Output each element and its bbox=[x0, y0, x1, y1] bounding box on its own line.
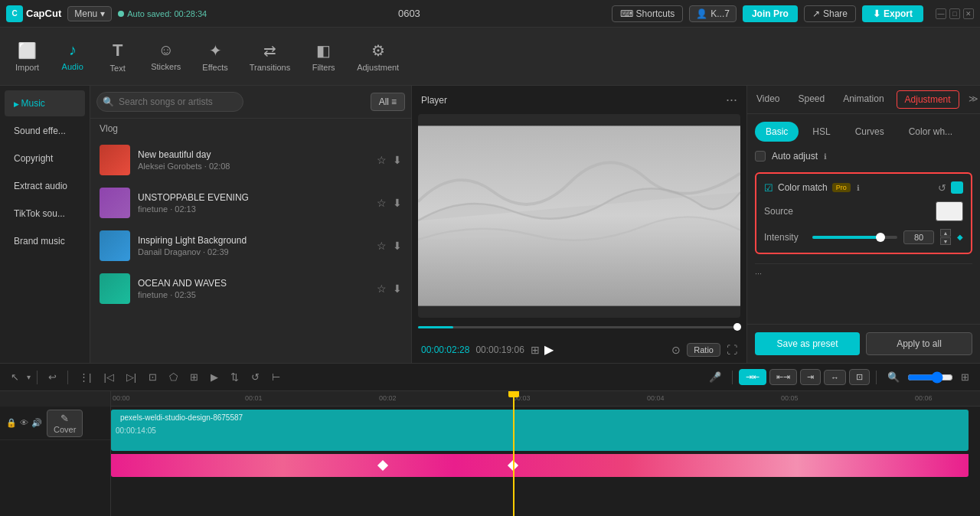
auto-adjust-checkbox[interactable] bbox=[755, 151, 766, 162]
cover-button[interactable]: ✎ Cover bbox=[47, 410, 83, 437]
track-mode-c-button[interactable]: ⇥ bbox=[800, 369, 821, 385]
sidebar-item-sound-effects[interactable]: Sound effe... bbox=[5, 118, 85, 144]
ratio-button[interactable]: Ratio bbox=[687, 343, 720, 357]
video-track[interactable]: pexels-weldi-studio-design-8675587 00:00… bbox=[111, 410, 969, 451]
user-button[interactable]: 👤 K...7 bbox=[689, 5, 737, 22]
download-button[interactable]: ⬇ bbox=[393, 197, 402, 209]
player-more-button[interactable]: ··· bbox=[726, 92, 737, 108]
cursor-tool-button[interactable]: ↖ bbox=[6, 368, 24, 386]
play-button[interactable]: ▶ bbox=[544, 342, 554, 357]
step-down-button[interactable]: ▼ bbox=[940, 237, 951, 245]
download-button[interactable]: ⬇ bbox=[393, 154, 402, 166]
fit-button[interactable]: ⊢ bbox=[267, 368, 285, 386]
sub-tab-curves[interactable]: Curves bbox=[844, 122, 895, 142]
search-input[interactable] bbox=[96, 92, 243, 112]
trim-right-button[interactable]: ▷| bbox=[122, 368, 141, 386]
favorite-button[interactable]: ☆ bbox=[377, 197, 387, 209]
split-button[interactable]: ⋮| bbox=[74, 368, 96, 386]
save-preset-button[interactable]: Save as preset bbox=[755, 332, 860, 355]
tool-adjustment[interactable]: ⚙ Adjustment bbox=[348, 35, 408, 78]
expand-panel-icon[interactable]: ≫ bbox=[962, 86, 980, 113]
maximize-button[interactable]: □ bbox=[949, 8, 960, 19]
list-item[interactable]: OCEAN AND WAVES finetune · 02:35 ☆ ⬇ bbox=[90, 267, 411, 310]
intensity-slider[interactable] bbox=[812, 236, 897, 239]
rotate-button[interactable]: ↺ bbox=[247, 368, 264, 386]
info-small-icon[interactable]: ℹ bbox=[857, 184, 860, 192]
tool-audio[interactable]: ♪ Audio bbox=[51, 35, 93, 77]
volume-icon[interactable]: 🔊 bbox=[31, 418, 42, 428]
tool-text[interactable]: T Text bbox=[96, 34, 139, 79]
cursor-dropdown[interactable]: ▾ bbox=[27, 373, 31, 381]
favorite-button[interactable]: ☆ bbox=[377, 240, 387, 252]
list-item[interactable]: Inspiring Light Background Danail Dragan… bbox=[90, 224, 411, 267]
minimize-button[interactable]: — bbox=[936, 8, 946, 19]
all-filter-button[interactable]: All ≡ bbox=[371, 93, 405, 111]
scrub-thumb[interactable] bbox=[733, 323, 741, 331]
track-mode-e-button[interactable]: ⊡ bbox=[849, 369, 870, 385]
trim-left-button[interactable]: |◁ bbox=[99, 368, 118, 386]
menu-button[interactable]: Menu ▾ bbox=[67, 6, 112, 21]
pan-button[interactable]: ⊞ bbox=[185, 368, 203, 386]
sub-tab-basic[interactable]: Basic bbox=[755, 122, 799, 142]
tab-animation[interactable]: Animation bbox=[834, 86, 893, 113]
apply-color-match-button[interactable] bbox=[951, 181, 963, 194]
crop-button[interactable]: ⊡ bbox=[144, 368, 162, 386]
favorite-button[interactable]: ☆ bbox=[377, 154, 387, 166]
tab-speed[interactable]: Speed bbox=[789, 86, 834, 113]
fullscreen-button[interactable]: ⛶ bbox=[727, 344, 737, 356]
track-mode-d-button[interactable]: ↔ bbox=[824, 370, 846, 385]
sidebar-item-tiktok[interactable]: TikTok sou... bbox=[5, 201, 85, 227]
zoom-out-button[interactable]: 🔍 bbox=[883, 368, 904, 386]
list-item[interactable]: UNSTOPPABLE EVENING finetune · 02:13 ☆ ⬇ bbox=[90, 181, 411, 224]
list-item[interactable]: New beautiful day Aleksei Gorobets · 02:… bbox=[90, 139, 411, 181]
undo-button[interactable]: ↩ bbox=[44, 368, 61, 386]
record-button[interactable]: ⊙ bbox=[671, 344, 681, 356]
join-pro-button[interactable]: Join Pro bbox=[743, 5, 798, 22]
player-scrubber[interactable] bbox=[412, 318, 746, 336]
favorite-button[interactable]: ☆ bbox=[377, 282, 387, 295]
sidebar-item-extract-audio[interactable]: Extract audio bbox=[5, 173, 85, 199]
download-button[interactable]: ⬇ bbox=[393, 240, 402, 252]
sidebar-item-copyright[interactable]: Copyright bbox=[5, 145, 85, 171]
tab-adjustment[interactable]: Adjustment bbox=[897, 90, 959, 109]
playhead-handle[interactable] bbox=[508, 391, 519, 397]
close-button[interactable]: ✕ bbox=[963, 8, 974, 19]
zoom-slider[interactable] bbox=[907, 371, 953, 384]
play-tl-button[interactable]: ▶ bbox=[206, 368, 223, 386]
mask-button[interactable]: ⬠ bbox=[165, 368, 182, 386]
tool-transitions[interactable]: ⇄ Transitions bbox=[240, 35, 299, 78]
shortcuts-button[interactable]: ⌨ Shortcuts bbox=[612, 5, 684, 22]
intensity-input[interactable]: 80 bbox=[903, 230, 934, 244]
zoom-fit-button[interactable]: ⊞ bbox=[956, 368, 974, 386]
playhead[interactable] bbox=[513, 391, 514, 516]
audio-icon: ♪ bbox=[69, 41, 77, 59]
tab-video[interactable]: Video bbox=[747, 86, 789, 113]
grid-view-button[interactable]: ⊞ bbox=[531, 344, 540, 356]
mic-button[interactable]: 🎤 bbox=[704, 368, 726, 386]
tool-import[interactable]: ⬜ Import bbox=[6, 35, 48, 78]
tool-stickers[interactable]: ☺ Stickers bbox=[142, 35, 190, 77]
sub-tab-hsl[interactable]: HSL bbox=[802, 122, 841, 142]
export-button[interactable]: ⬇ Export bbox=[862, 5, 923, 22]
sub-tab-color-wheel[interactable]: Color wh... bbox=[898, 122, 963, 142]
tool-filters[interactable]: ◧ Filters bbox=[302, 35, 345, 78]
reset-button[interactable]: ↺ bbox=[938, 181, 946, 194]
lock-icon[interactable]: 🔒 bbox=[6, 418, 17, 428]
sidebar-item-brand-music[interactable]: Brand music bbox=[5, 228, 85, 254]
share-button[interactable]: ↗ Share bbox=[804, 5, 856, 22]
sidebar-item-music[interactable]: Music bbox=[5, 90, 85, 116]
source-color-swatch[interactable] bbox=[936, 201, 963, 221]
track-mode-a-button[interactable]: ⇥⇤ bbox=[739, 369, 766, 385]
keyframe-diamond[interactable]: ◆ bbox=[957, 233, 963, 241]
info-icon[interactable]: ℹ bbox=[824, 152, 827, 161]
eye-icon[interactable]: 👁 bbox=[20, 418, 28, 428]
slider-thumb[interactable] bbox=[876, 233, 885, 242]
scrub-track[interactable] bbox=[418, 326, 740, 328]
apply-to-all-button[interactable]: Apply to all bbox=[866, 332, 972, 355]
track-mode-b-button[interactable]: ⇤⇥ bbox=[769, 369, 797, 385]
step-up-button[interactable]: ▲ bbox=[940, 229, 951, 237]
download-button[interactable]: ⬇ bbox=[393, 282, 402, 295]
flip-button[interactable]: ⇅ bbox=[226, 368, 243, 386]
tool-effects[interactable]: ✦ Effects bbox=[193, 35, 237, 78]
keyframe-diamond-left[interactable] bbox=[377, 460, 388, 471]
